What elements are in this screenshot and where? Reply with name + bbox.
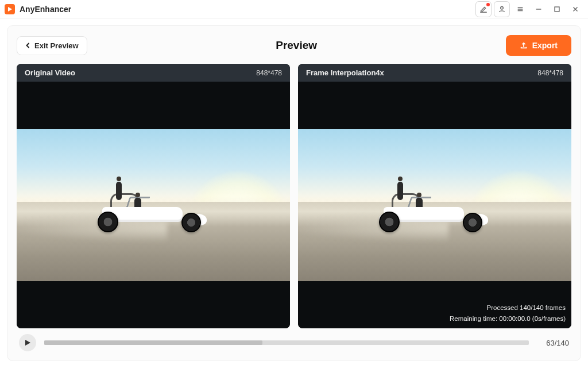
titlebar: AnyEnhancer bbox=[0, 0, 588, 18]
chevron-left-icon bbox=[25, 43, 31, 48]
processing-stats: Processed 140/140 frames Remaining time:… bbox=[450, 302, 566, 324]
playbar: 63/140 bbox=[17, 328, 571, 351]
preview-toolbar: Exit Preview Preview Export bbox=[17, 35, 571, 56]
original-video-pane: Original Video 848*478 bbox=[17, 64, 290, 328]
play-button[interactable] bbox=[19, 334, 36, 351]
export-label: Export bbox=[532, 41, 558, 50]
svg-rect-6 bbox=[555, 7, 559, 12]
original-pane-title: Original Video bbox=[25, 68, 75, 77]
notification-dot bbox=[486, 3, 490, 6]
window-minimize-icon[interactable] bbox=[531, 1, 547, 17]
exit-preview-button[interactable]: Exit Preview bbox=[17, 36, 87, 55]
enhanced-pane-header: Frame Interpolation4x 848*478 bbox=[298, 64, 571, 82]
exit-preview-label: Exit Preview bbox=[34, 41, 79, 50]
enhanced-video-viewport[interactable]: Processed 140/140 frames Remaining time:… bbox=[298, 82, 571, 328]
original-pane-resolution: 848*478 bbox=[256, 69, 282, 77]
original-pane-header: Original Video 848*478 bbox=[17, 64, 290, 82]
compare-panes: Original Video 848*478 bbox=[17, 64, 571, 328]
enhanced-pane-title: Frame Interpolation4x bbox=[306, 68, 384, 77]
app-logo bbox=[5, 4, 15, 14]
seek-progress bbox=[44, 340, 262, 345]
enhanced-pane-resolution: 848*478 bbox=[537, 69, 563, 77]
account-icon[interactable] bbox=[494, 1, 510, 17]
remaining-time-text: Remaining time: 00:00:00.0 (0s/frames) bbox=[450, 313, 566, 324]
processed-frames-text: Processed 140/140 frames bbox=[450, 302, 566, 313]
content: Exit Preview Preview Export Original Vid… bbox=[0, 18, 588, 368]
enhanced-video-pane: Frame Interpolation4x 848*478 Processed … bbox=[298, 64, 571, 328]
original-video-viewport[interactable] bbox=[17, 82, 290, 328]
app-name: AnyEnhancer bbox=[20, 5, 71, 14]
video-frame-image bbox=[17, 129, 290, 282]
edit-icon[interactable] bbox=[475, 1, 492, 17]
video-frame-image bbox=[298, 129, 571, 282]
window-maximize-icon[interactable] bbox=[549, 1, 565, 17]
svg-marker-9 bbox=[25, 340, 30, 346]
page-title: Preview bbox=[87, 39, 506, 52]
svg-marker-0 bbox=[8, 7, 12, 12]
menu-icon[interactable] bbox=[512, 1, 528, 17]
preview-card: Exit Preview Preview Export Original Vid… bbox=[7, 25, 581, 361]
export-button[interactable]: Export bbox=[506, 35, 571, 56]
frame-counter: 63/140 bbox=[537, 339, 569, 347]
seek-track[interactable] bbox=[44, 340, 529, 345]
svg-point-1 bbox=[501, 6, 504, 9]
play-icon bbox=[24, 339, 31, 346]
window-close-icon[interactable] bbox=[567, 1, 583, 17]
export-icon bbox=[520, 41, 528, 49]
